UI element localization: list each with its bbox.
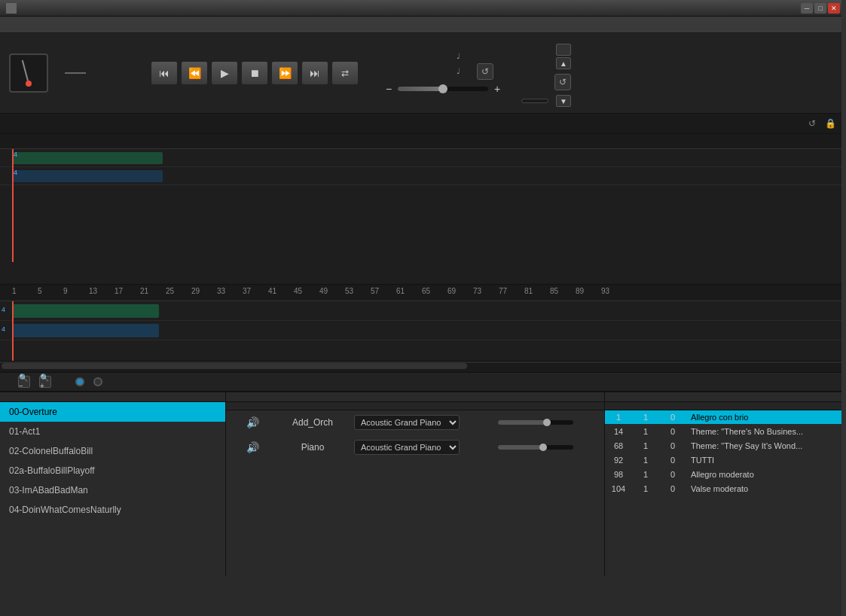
- volume-thumb[interactable]: [543, 419, 551, 426]
- maximize-button[interactable]: □: [814, 3, 826, 14]
- scroll-area: [0, 363, 846, 372]
- part-onoff[interactable]: 🔊: [226, 440, 279, 455]
- parts-col-onoff: [226, 404, 279, 407]
- marker-col-t: [655, 404, 677, 407]
- parts-col-part: [279, 404, 347, 407]
- speaker-icon[interactable]: 🔊: [246, 441, 259, 453]
- minimize-button[interactable]: ─: [801, 3, 813, 14]
- parts-col-volume: [467, 404, 604, 407]
- ruler-marks: [0, 134, 846, 148]
- ruler-number: 1: [12, 287, 17, 295]
- marker-t: 0: [659, 484, 686, 493]
- ruler-number: 21: [140, 287, 148, 295]
- volume-thumb[interactable]: [539, 444, 547, 451]
- marker-b: 1: [632, 456, 659, 465]
- transport-bar: ⏮ ⏪ ▶ ⏹ ⏩ ⏭ ⇄ ♩ ♩ ↺ − +: [0, 33, 846, 114]
- part-onoff[interactable]: 🔊: [226, 415, 279, 430]
- markers-header: [605, 392, 846, 402]
- ruler-number: 41: [268, 287, 276, 295]
- ruler-number: 53: [345, 287, 353, 295]
- down-button[interactable]: ▼: [556, 95, 571, 107]
- ruler-number: 49: [319, 287, 328, 295]
- loop-button[interactable]: ⇄: [331, 61, 359, 85]
- song-item[interactable]: 02-ColonelBuffaloBill: [0, 441, 225, 461]
- transpose-section: ▲ ↺ ▼: [521, 39, 571, 107]
- skip-to-end-button[interactable]: ⏭: [301, 61, 328, 85]
- up-button[interactable]: ▲: [556, 57, 571, 69]
- patch-select[interactable]: Acoustic Grand Piano: [354, 415, 460, 430]
- parts-panel: 🔊 Add_Orch Acoustic Grand Piano 🔊 Piano: [226, 392, 605, 576]
- view-region-option[interactable]: [75, 377, 87, 386]
- marker-t: 0: [659, 427, 686, 436]
- fast-forward-button[interactable]: ⏩: [271, 61, 298, 85]
- volume-slider[interactable]: [498, 420, 573, 425]
- ruler-number: 65: [422, 287, 430, 295]
- menu-file[interactable]: [3, 23, 18, 26]
- track-icons: ↺ 🔒: [805, 117, 837, 130]
- marker-row[interactable]: 104 1 0 Valse moderato: [605, 482, 846, 496]
- patch-select[interactable]: Acoustic Grand Piano: [354, 440, 460, 455]
- speaker-icon[interactable]: 🔊: [246, 416, 259, 428]
- parts-row: 🔊 Add_Orch Acoustic Grand Piano: [226, 410, 604, 435]
- tempo-decrease-button[interactable]: −: [383, 83, 395, 95]
- track-lock-icon[interactable]: 🔒: [823, 117, 837, 130]
- song-item[interactable]: 04-DoinWhatComesNaturlly: [0, 500, 225, 520]
- menu-help[interactable]: [63, 23, 78, 26]
- marker-row[interactable]: 68 1 0 Theme: "They Say It's Wond...: [605, 439, 846, 453]
- song-item[interactable]: 00-Overture: [0, 402, 225, 422]
- part-name: Piano: [279, 441, 347, 454]
- marker-row[interactable]: 98 1 0 Allegro moderato: [605, 468, 846, 482]
- ruler-number: 77: [499, 287, 507, 295]
- ruler-row: 1591317212529333741454953576165697377818…: [0, 285, 846, 301]
- markers-columns: [605, 402, 846, 410]
- track-reset-icon[interactable]: ↺: [805, 117, 819, 130]
- tempo-row: ♩ ↺: [383, 63, 503, 80]
- ruler-number: 9: [63, 287, 68, 295]
- menu-mode-p[interactable]: [48, 23, 63, 26]
- menu-tools[interactable]: [33, 23, 48, 26]
- playhead: [12, 149, 14, 262]
- song-item[interactable]: 02a-BuffaloBillPlayoff: [0, 461, 225, 480]
- play-button[interactable]: ▶: [211, 61, 238, 85]
- marker-b: 1: [632, 470, 659, 479]
- marker-row[interactable]: 1 1 0 Allegro con brio: [605, 410, 846, 425]
- view-points-option[interactable]: [93, 377, 105, 386]
- marker-t: 0: [659, 456, 686, 465]
- part-name: Add_Orch: [279, 416, 347, 429]
- titlebar-controls: ─ □ ✕: [801, 3, 840, 14]
- song-item[interactable]: 03-ImABadBadMan: [0, 480, 225, 500]
- zoom-out-button[interactable]: 🔍−: [18, 376, 30, 388]
- tempo-increase-button[interactable]: +: [491, 83, 503, 95]
- ruler-number: 69: [447, 287, 456, 295]
- horizontal-scrollbar[interactable]: [2, 363, 467, 369]
- rewind-to-start-button[interactable]: ⏮: [151, 61, 178, 85]
- rewind-button[interactable]: ⏪: [181, 61, 208, 85]
- ruler-number: 45: [294, 287, 302, 295]
- song-item[interactable]: 01-Act1: [0, 422, 225, 441]
- transport-controls: ⏮ ⏪ ▶ ⏹ ⏩ ⏭ ⇄: [151, 61, 359, 85]
- tempo-reset-button[interactable]: ↺: [477, 63, 493, 80]
- songs-header: [0, 392, 225, 402]
- track-content: 4 4: [0, 149, 846, 262]
- tempo-icon: ♩: [457, 67, 460, 75]
- markers-list: 1 1 0 Allegro con brio 14 1 0 Theme: "Th…: [605, 410, 846, 576]
- zoom-in-button[interactable]: 🔍+: [39, 376, 51, 388]
- tempo-slider-track[interactable]: [398, 87, 488, 91]
- marker-row[interactable]: 92 1 0 TUTTI: [605, 453, 846, 468]
- ruler-number: 93: [601, 287, 609, 295]
- volume-slider[interactable]: [498, 445, 573, 450]
- tempo-slider-thumb[interactable]: [438, 84, 447, 93]
- original-key-reset-button[interactable]: ↺: [554, 74, 571, 90]
- marker-m: 1: [605, 413, 632, 422]
- sharp-button[interactable]: [556, 44, 571, 56]
- app-icon: [6, 3, 17, 14]
- original-key-row: ↺: [550, 74, 571, 90]
- track-bar-row-1: 4: [0, 301, 846, 321]
- stop-button[interactable]: ⏹: [241, 61, 268, 85]
- marker-b: 1: [632, 427, 659, 436]
- ruler-number: 29: [191, 287, 200, 295]
- menu-edit[interactable]: [18, 23, 33, 26]
- close-button[interactable]: ✕: [828, 3, 840, 14]
- marker-row[interactable]: 14 1 0 Theme: "There's No Busines...: [605, 425, 846, 439]
- songs-list: 00-Overture01-Act102-ColonelBuffaloBill0…: [0, 402, 225, 576]
